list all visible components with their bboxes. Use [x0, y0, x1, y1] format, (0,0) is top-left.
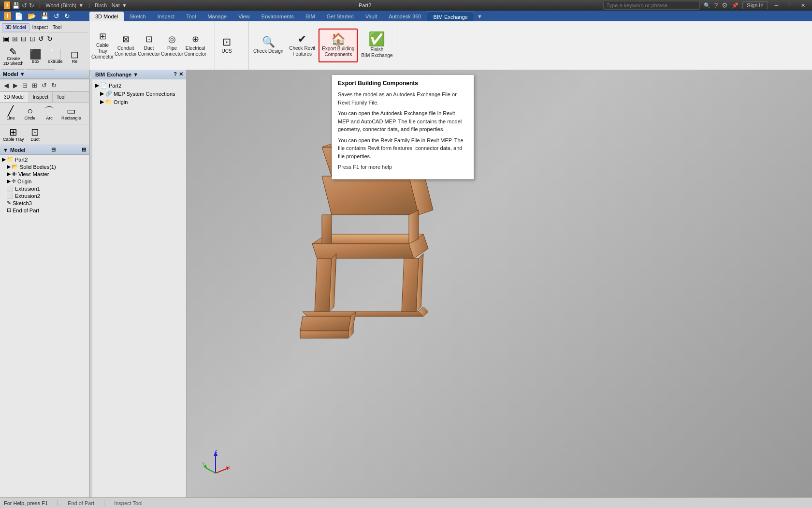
viewport[interactable]: Export Building Components Saves the mod…: [187, 70, 812, 497]
bim-expand-part2[interactable]: ▶: [95, 82, 99, 89]
tab-view[interactable]: View: [232, 12, 256, 21]
duct-connector-btn[interactable]: ⊡ DuctConnector: [138, 29, 160, 62]
model-tree-header[interactable]: ▼ Model ⊟ ⊞: [0, 145, 89, 155]
it-btn2[interactable]: ▶: [11, 81, 20, 90]
extrude-btn[interactable]: ⬜ Extrude: [46, 48, 64, 65]
view-tab-tool[interactable]: Tool: [53, 92, 69, 102]
it-btn4[interactable]: ⊞: [30, 81, 39, 90]
tree-item-extrusion2[interactable]: ⬜ Extrusion2: [1, 192, 88, 199]
tab-autodesk360[interactable]: Autodesk 360: [383, 12, 427, 21]
tb-icon6[interactable]: ↻: [46, 34, 54, 44]
electrical-connector-btn[interactable]: ⊕ ElectricalConnector: [184, 29, 206, 62]
finish-bim-exchange-btn[interactable]: ✅ FinishBIM Exchange: [359, 29, 395, 62]
tb-icon2[interactable]: ⊞: [11, 34, 19, 44]
line-btn[interactable]: ╱ Line: [2, 105, 19, 122]
items-icon[interactable]: ⊞: [82, 147, 86, 153]
bim-help-icon[interactable]: ?: [174, 71, 177, 77]
bim-item-part2[interactable]: ▶ 📄 Part2: [94, 81, 184, 90]
tab-vault[interactable]: Vault: [360, 12, 383, 21]
material-dropdown[interactable]: ▼: [78, 2, 84, 8]
qa-save[interactable]: 💾: [39, 12, 50, 20]
app-menu-btn[interactable]: I: [4, 12, 11, 20]
export-building-components-btn[interactable]: 🏠 Export BuildingComponents: [319, 29, 358, 62]
tree-item-origin[interactable]: ▶ ✛ Origin: [1, 178, 88, 185]
tree-item-solid-bodies[interactable]: ▶ 📂 Solid Bodies(1): [1, 163, 88, 170]
qa-open[interactable]: 📂: [26, 12, 37, 20]
tab-more[interactable]: ▼: [474, 12, 485, 21]
tree-item-view-master[interactable]: ▶ 👁 View: Master: [1, 170, 88, 178]
model-tree-content: ▶ 📁 Part2 ▶ 📂 Solid Bodies(1) ▶ 👁 View: …: [0, 155, 89, 497]
tb-icon5[interactable]: ↺: [37, 34, 45, 44]
maximize-btn[interactable]: □: [785, 2, 794, 8]
tab-bim[interactable]: BIM: [300, 12, 321, 21]
re-btn[interactable]: ◻ Re: [66, 48, 84, 65]
bim-panel-header[interactable]: BIM Exchange ▼ ? ✕: [92, 70, 186, 79]
tree-expand-solid[interactable]: ▶: [7, 164, 11, 170]
help-icon[interactable]: ?: [714, 1, 718, 9]
tree-expand-view[interactable]: ▶: [7, 171, 11, 177]
qa-new[interactable]: 📄: [13, 12, 24, 20]
tb-icon1[interactable]: ▣: [2, 34, 10, 44]
minimize-btn[interactable]: ─: [772, 2, 782, 8]
quick-access-undo[interactable]: ↺: [22, 2, 27, 9]
tab-environments[interactable]: Environments: [256, 12, 300, 21]
it-btn5[interactable]: ↺: [40, 81, 49, 90]
quick-access-redo[interactable]: ↻: [29, 2, 34, 9]
bim-expand-origin[interactable]: ▶: [100, 99, 104, 105]
cable-tray-shape-btn[interactable]: ⊞ Cable Tray: [1, 126, 26, 143]
check-revit-features-btn[interactable]: ✔ Check RevitFeatures: [287, 29, 318, 62]
sign-in-btn[interactable]: Sign In: [742, 1, 768, 9]
bim-expand-mep[interactable]: ▶: [100, 90, 104, 97]
title-right: 🔍 ? ⚙ 📌 Sign In ─ □ ✕: [603, 1, 809, 10]
tree-item-end-of-part[interactable]: ⊡ End of Part: [1, 207, 88, 214]
check-design-btn[interactable]: 🔍 Check Design: [251, 29, 286, 62]
tb-tool[interactable]: Tool: [51, 24, 63, 31]
tab-bim-exchange[interactable]: BIM Exchange: [427, 12, 474, 21]
view-tab-inspect[interactable]: Inspect: [29, 92, 53, 102]
create-2d-sketch-btn[interactable]: ✎ Create2D Sketch: [2, 45, 25, 68]
tb-inspect[interactable]: Inspect: [30, 24, 50, 31]
search-input[interactable]: [603, 1, 700, 10]
tree-item-part2[interactable]: ▶ 📁 Part2: [1, 156, 88, 163]
filter-icon[interactable]: ⊟: [51, 147, 56, 153]
arc-btn[interactable]: ⌒ Arc: [41, 105, 58, 122]
tb-icon3[interactable]: ⊟: [20, 34, 28, 44]
model-panel-header[interactable]: Model ▼: [0, 70, 89, 79]
settings-icon[interactable]: ⚙: [722, 1, 728, 9]
tab-sketch[interactable]: Sketch: [124, 12, 152, 21]
bim-close-icon[interactable]: ✕: [179, 71, 183, 77]
conduit-connector-btn[interactable]: ⊠ ConduitConnector: [115, 29, 137, 62]
circle-btn[interactable]: ○ Circle: [21, 105, 39, 122]
quick-access-save[interactable]: 💾: [12, 2, 20, 9]
qa-undo[interactable]: ↺: [52, 12, 61, 20]
it-btn6[interactable]: ↻: [49, 81, 58, 90]
tb-icon4[interactable]: ⊡: [29, 34, 36, 44]
tb-3d-model[interactable]: 3D Model: [2, 23, 29, 31]
tab-tool[interactable]: Tool: [180, 12, 202, 21]
pipe-connector-btn[interactable]: ◎ PipeConnector: [161, 29, 183, 62]
pin-icon[interactable]: 📌: [732, 2, 739, 9]
it-btn3[interactable]: ⊟: [20, 81, 29, 90]
close-btn[interactable]: ✕: [798, 2, 808, 9]
view-tab-3d-model[interactable]: 3D Model: [0, 92, 29, 102]
bim-item-origin[interactable]: ▶ 📁 Origin: [94, 98, 184, 106]
rectangle-btn[interactable]: ▭ Rectangle: [60, 105, 83, 122]
search-icon[interactable]: 🔍: [704, 2, 710, 9]
cable-tray-connector-btn[interactable]: ⊞ Cable TrayConnector: [91, 29, 114, 62]
tree-expand-origin[interactable]: ▶: [7, 178, 11, 184]
tree-item-extrusion1[interactable]: ⬜ Extrusion1: [1, 185, 88, 192]
bim-item-mep[interactable]: ▶ 🔗 MEP System Connections: [94, 90, 184, 98]
pipe-icon: ◎: [168, 34, 176, 45]
box-btn[interactable]: ⬛ Box: [27, 48, 44, 65]
tab-get-started[interactable]: Get Started: [321, 12, 360, 21]
tab-manage[interactable]: Manage: [202, 12, 232, 21]
tab-3d-model[interactable]: 3D Model: [89, 12, 124, 21]
tree-expand-part2[interactable]: ▶: [2, 156, 6, 163]
it-btn1[interactable]: ◀: [2, 81, 11, 90]
birch-dropdown[interactable]: ▼: [122, 2, 127, 8]
qa-redo[interactable]: ↻: [63, 12, 72, 20]
duct-shape-btn[interactable]: ⊡ Duct: [27, 126, 44, 143]
tab-inspect[interactable]: Inspect: [152, 12, 180, 21]
tree-item-sketch3[interactable]: ✎ Sketch3: [1, 199, 88, 207]
ucs-btn[interactable]: ⊡ UCS: [217, 29, 236, 62]
